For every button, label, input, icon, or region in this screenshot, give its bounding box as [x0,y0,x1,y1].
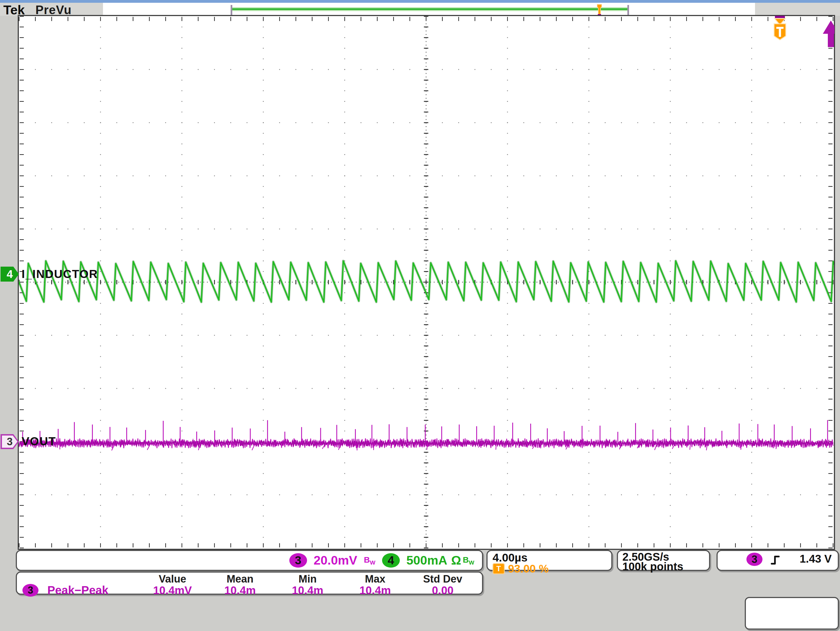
rising-edge-icon [770,553,781,567]
channel-readouts-panel[interactable]: 3 20.0mV BW 4 500mA Ω BW [16,550,483,571]
trigger-panel[interactable]: 3 1.43 V [717,550,839,571]
graticule-display [0,0,840,631]
channel-4-bandwidth-icon: BW [463,556,475,565]
trigger-position-percent: 93.00 % [508,565,549,573]
waveform-label-vout: VOUT [22,435,56,448]
trigger-source-badge: 3 [747,553,763,566]
trigger-level: 1.43 V [800,553,832,565]
channel-4-reference-marker[interactable]: 4 [0,267,19,282]
waveform-label-i-inductor: I_INDUCTOR [22,267,98,281]
acquisition-panel[interactable]: 2.50GS/s 100k points [617,550,710,571]
measurement-source-badge: 3 [22,584,38,597]
col-header-mean: Mean [206,573,274,584]
col-header-stddev: Std Dev [409,573,477,584]
timebase-panel[interactable]: 4.00µs T 93.00 % [486,550,613,571]
channel-4-badge: 4 [0,267,19,282]
channel-3-bandwidth-icon: BW [364,556,376,565]
measurement-header-row: Value Mean Min Max Std Dev [22,573,482,584]
trigger-position-icon: T [493,563,505,574]
measurement-max: 10.4m [341,584,409,596]
trigger-point-marker [774,16,786,40]
measurements-panel[interactable]: Value Mean Min Max Std Dev 3 Peak−Peak 1… [16,571,483,595]
col-header-min: Min [274,573,341,584]
channel-3-reference-marker[interactable]: 3 [0,434,19,449]
date-label: 19 Oct 2020 [750,628,838,631]
timebase-scale: 4.00µs [493,552,606,563]
channel-3-scale: 20.0mV [314,553,357,568]
channel-3-readout-badge[interactable]: 3 [289,553,307,568]
col-header-value: Value [139,573,206,584]
measurement-mean: 10.4m [206,584,274,596]
channel-4-coupling-omega: Ω [451,553,461,568]
channel-4-scale: 500mA [406,553,447,568]
measurement-row[interactable]: 3 Peak−Peak 10.4mV 10.4m 10.4m 10.4m 0.0… [22,584,482,597]
channel-4-readout-badge[interactable]: 4 [382,553,400,568]
datetime-panel: 19 Oct 2020 14:02:57 [745,597,839,629]
measurement-value: 10.4mV [139,584,206,596]
record-length: 100k points [622,562,704,571]
oscilloscope-screen: Tek PreVu 4 3 I_INDUCTOR VOUT 3 20.0mV B… [0,0,840,631]
col-header-max: Max [341,573,409,584]
measurement-stddev: 0.00 [409,584,477,596]
measurement-min: 10.4m [274,584,341,596]
measurement-name: Peak−Peak [47,584,139,597]
